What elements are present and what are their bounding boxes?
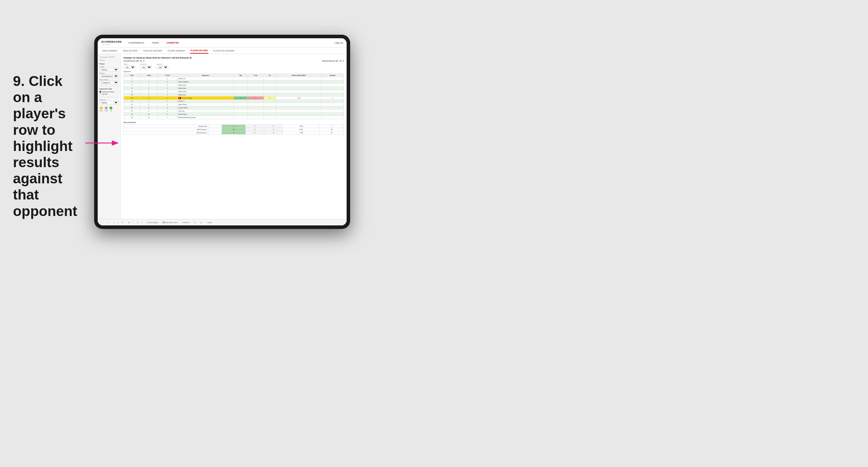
- table-row[interactable]: 10 6 3 Andrea York: [124, 90, 344, 93]
- table-row[interactable]: 13 1 1 ▶ Jessica Huang 0 1 0 -3.00 2: [124, 96, 344, 100]
- colour-by-select[interactable]: Win/loss: [99, 101, 119, 104]
- out-of-division-title: Out of division: [124, 122, 344, 123]
- table-row[interactable]: 9 1 4 Sharon Mun: [124, 87, 344, 90]
- arrow-annotation: [85, 137, 121, 149]
- th-rounds: Rounds: [321, 74, 344, 77]
- th-diff: Diff Av Strokes/Rnd: [276, 74, 321, 77]
- opponents-label: Opponents:: [124, 71, 344, 72]
- tablet-screen: SCOREBOARD Powered by clippi TOURNAMENTS…: [98, 38, 347, 225]
- th-reg: # Reg: [140, 74, 158, 77]
- grid-title: Katelyn Vo Head-to-Head Grid for Women's…: [124, 57, 344, 59]
- division-select[interactable]: NCAA Division III: [99, 74, 119, 78]
- save-custom-btn[interactable]: 💾 Save Custom View: [161, 221, 179, 224]
- sub-nav: TEAM SUMMARY TEAM H2H GRID TEAM H2H HEAT…: [98, 48, 347, 54]
- table-row[interactable]: 15 8 5 Stella Cheng: [124, 103, 344, 106]
- th-conf: # Conf: [158, 74, 177, 77]
- main-data-table: # Div # Reg # Conf Opponent Win Loss Tie…: [124, 73, 344, 119]
- tab-team-h2h-heatmap[interactable]: TEAM H2H HEATMAP: [143, 48, 163, 54]
- nav-teams[interactable]: TEAMS: [151, 42, 160, 44]
- tab-player-h2h-heatmap[interactable]: PLAYER H2H HEATMAP: [212, 48, 235, 54]
- region-select[interactable]: (All): [124, 66, 135, 69]
- nav-tournaments[interactable]: TOURNAMENTS: [127, 42, 145, 44]
- radio-opponents-played[interactable]: Opponents Played: [99, 91, 119, 93]
- table-row[interactable]: 6 1 3 Sydney Kuo: [124, 84, 344, 87]
- gender-select[interactable]: Women's: [99, 68, 119, 71]
- table-row[interactable]: 19 10 6 Emily Chang: [124, 113, 344, 116]
- share-btn[interactable]: ↗ Share: [205, 221, 213, 224]
- division-label: Division: [99, 72, 119, 74]
- out-division-row[interactable]: NCAA Division 2 5 0 0 7.400 10: [124, 131, 344, 134]
- nav-bar: SCOREBOARD Powered by clippi TOURNAMENTS…: [98, 38, 347, 48]
- filter-region: Region (All): [124, 64, 135, 69]
- filter-opponent: Opponent (All): [157, 64, 168, 69]
- resize-btn[interactable]: ⊡: [193, 221, 197, 224]
- redo-btn[interactable]: ↪: [106, 221, 110, 224]
- records-row: Overall Record: 353 - 34 - 6 Division Re…: [124, 60, 344, 62]
- th-win: Win: [234, 74, 248, 77]
- out-division-row[interactable]: NAIA Division 1 15 0 0 9.267 30: [124, 128, 344, 131]
- filter-conference: Conference (All): [140, 64, 152, 69]
- tab-team-summary[interactable]: TEAM SUMMARY: [101, 48, 118, 54]
- table-row[interactable]: 20 11 7 Federica Domecq Lacroze: [124, 116, 344, 119]
- table-row[interactable]: 3 1 Esther Lee: [124, 77, 344, 80]
- table-row[interactable]: 14 7 4 Eunice Yi: [124, 100, 344, 103]
- nav-committee[interactable]: COMMITTEE: [165, 42, 180, 44]
- tab-player-summary[interactable]: PLAYER SUMMARY: [167, 48, 186, 54]
- sign-out[interactable]: | Sign out: [335, 42, 343, 44]
- redo2-btn[interactable]: ↩: [112, 221, 115, 224]
- out-of-division-table: Foreign Team 1 0 0 4.500 2 NAIA Division…: [124, 124, 344, 134]
- main-content: Last Updated: 27/03/2024 16:55:38 Player…: [98, 54, 347, 225]
- nav-left: SCOREBOARD Powered by clippi TOURNAMENTS…: [101, 41, 180, 45]
- tab-team-h2h-grid[interactable]: TEAM H2H GRID: [122, 48, 138, 54]
- filters-row: Region (All) Conference (All) Opponent: [124, 64, 344, 69]
- clock-btn[interactable]: ⏱: [136, 221, 140, 224]
- grid-content: Katelyn Vo Head-to-Head Grid for Women's…: [121, 54, 347, 225]
- player-rank-select[interactable]: 8. Katelyn Vo: [99, 81, 119, 84]
- sidebar-time: 16:55:38: [99, 60, 119, 61]
- sidebar-timestamp: Last Updated: 27/03/2024: [99, 57, 119, 58]
- tablet-frame: SCOREBOARD Powered by clippi TOURNAMENTS…: [94, 35, 350, 229]
- sidebar-player-section: Player: [99, 63, 119, 65]
- player-rank-label: Player (Rank): [99, 79, 119, 81]
- logo: SCOREBOARD Powered by clippi: [101, 41, 122, 45]
- table-row[interactable]: 13 1 1 Haejo Hyun: [124, 93, 344, 96]
- opponent-view-label: Opponent view: [99, 88, 119, 90]
- copy-btn[interactable]: ⧉: [121, 221, 124, 224]
- conference-select[interactable]: (All): [140, 66, 152, 69]
- colour-legend: Down Level Up: [99, 106, 119, 112]
- paste-btn[interactable]: ⌘: [127, 221, 131, 224]
- grid-btn[interactable]: ⊞: [199, 221, 203, 224]
- th-tie: Tie: [264, 74, 276, 77]
- table-row[interactable]: 16 9 1 Jessica Mason: [124, 106, 344, 110]
- opponent-select[interactable]: (All): [157, 66, 168, 69]
- th-opponent: Opponent: [177, 74, 234, 77]
- view-original-btn[interactable]: 📋 View: Original: [145, 221, 159, 224]
- tab-player-h2h-grid[interactable]: PLAYER H2H GRID: [190, 48, 209, 54]
- overall-record: Overall Record: 353 - 34 - 6: [124, 60, 145, 62]
- colour-by-label: Colour by: [99, 99, 119, 101]
- watch-btn[interactable]: 👁 Watch ▾: [181, 221, 191, 224]
- undo-btn[interactable]: ↩: [100, 221, 103, 224]
- annotation-text: 9. Click on a player's row to highlight …: [13, 73, 84, 219]
- division-record: Division Record: 331 - 34 - 6: [322, 60, 344, 62]
- table-row[interactable]: 18 2 2 Euna Lee: [124, 110, 344, 113]
- opponent-view-options: Opponents Played Top 100: [99, 91, 119, 95]
- th-loss: Loss: [248, 74, 264, 77]
- radio-top100[interactable]: Top 100: [99, 93, 119, 95]
- th-div: # Div: [124, 74, 140, 77]
- gender-label: Gender: [99, 66, 119, 68]
- table-row[interactable]: 5 2 2 Alexis Sudjianto: [124, 80, 344, 84]
- toolbar: ↩ ↪ ↩ | ⧉ ⌘ | ⏱ | 📋 View: Original 💾 Sav…: [98, 219, 347, 225]
- out-division-row[interactable]: Foreign Team 1 0 0 4.500 2: [124, 125, 344, 128]
